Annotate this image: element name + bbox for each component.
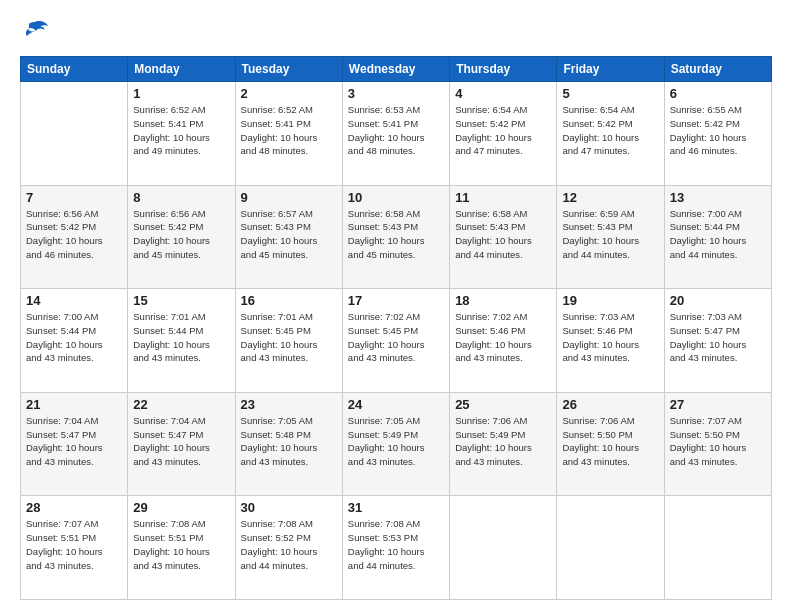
day-info: Sunrise: 6:55 AM Sunset: 5:42 PM Dayligh… xyxy=(670,103,766,158)
day-info: Sunrise: 7:08 AM Sunset: 5:51 PM Dayligh… xyxy=(133,517,229,572)
calendar-cell: 3Sunrise: 6:53 AM Sunset: 5:41 PM Daylig… xyxy=(342,82,449,186)
day-number: 6 xyxy=(670,86,766,101)
calendar-header-tuesday: Tuesday xyxy=(235,57,342,82)
day-number: 9 xyxy=(241,190,337,205)
day-info: Sunrise: 7:00 AM Sunset: 5:44 PM Dayligh… xyxy=(26,310,122,365)
calendar-cell: 10Sunrise: 6:58 AM Sunset: 5:43 PM Dayli… xyxy=(342,185,449,289)
calendar-cell: 11Sunrise: 6:58 AM Sunset: 5:43 PM Dayli… xyxy=(450,185,557,289)
day-number: 10 xyxy=(348,190,444,205)
day-number: 26 xyxy=(562,397,658,412)
calendar-cell: 21Sunrise: 7:04 AM Sunset: 5:47 PM Dayli… xyxy=(21,392,128,496)
day-info: Sunrise: 7:02 AM Sunset: 5:45 PM Dayligh… xyxy=(348,310,444,365)
calendar-cell: 29Sunrise: 7:08 AM Sunset: 5:51 PM Dayli… xyxy=(128,496,235,600)
day-info: Sunrise: 7:01 AM Sunset: 5:45 PM Dayligh… xyxy=(241,310,337,365)
calendar-cell: 26Sunrise: 7:06 AM Sunset: 5:50 PM Dayli… xyxy=(557,392,664,496)
day-info: Sunrise: 7:06 AM Sunset: 5:50 PM Dayligh… xyxy=(562,414,658,469)
day-info: Sunrise: 7:07 AM Sunset: 5:50 PM Dayligh… xyxy=(670,414,766,469)
day-number: 30 xyxy=(241,500,337,515)
day-number: 20 xyxy=(670,293,766,308)
calendar-header-wednesday: Wednesday xyxy=(342,57,449,82)
day-number: 3 xyxy=(348,86,444,101)
day-info: Sunrise: 6:54 AM Sunset: 5:42 PM Dayligh… xyxy=(455,103,551,158)
day-number: 27 xyxy=(670,397,766,412)
day-number: 1 xyxy=(133,86,229,101)
day-info: Sunrise: 7:03 AM Sunset: 5:47 PM Dayligh… xyxy=(670,310,766,365)
day-info: Sunrise: 6:52 AM Sunset: 5:41 PM Dayligh… xyxy=(133,103,229,158)
calendar-cell: 17Sunrise: 7:02 AM Sunset: 5:45 PM Dayli… xyxy=(342,289,449,393)
header xyxy=(20,18,772,46)
calendar-cell: 1Sunrise: 6:52 AM Sunset: 5:41 PM Daylig… xyxy=(128,82,235,186)
calendar-header-saturday: Saturday xyxy=(664,57,771,82)
day-info: Sunrise: 7:04 AM Sunset: 5:47 PM Dayligh… xyxy=(26,414,122,469)
day-number: 15 xyxy=(133,293,229,308)
calendar-week-row: 1Sunrise: 6:52 AM Sunset: 5:41 PM Daylig… xyxy=(21,82,772,186)
calendar-cell: 16Sunrise: 7:01 AM Sunset: 5:45 PM Dayli… xyxy=(235,289,342,393)
day-info: Sunrise: 7:03 AM Sunset: 5:46 PM Dayligh… xyxy=(562,310,658,365)
calendar-cell: 6Sunrise: 6:55 AM Sunset: 5:42 PM Daylig… xyxy=(664,82,771,186)
day-number: 2 xyxy=(241,86,337,101)
day-info: Sunrise: 6:56 AM Sunset: 5:42 PM Dayligh… xyxy=(26,207,122,262)
day-number: 4 xyxy=(455,86,551,101)
day-number: 21 xyxy=(26,397,122,412)
page: SundayMondayTuesdayWednesdayThursdayFrid… xyxy=(0,0,792,612)
day-info: Sunrise: 6:57 AM Sunset: 5:43 PM Dayligh… xyxy=(241,207,337,262)
calendar-header-row: SundayMondayTuesdayWednesdayThursdayFrid… xyxy=(21,57,772,82)
day-info: Sunrise: 7:02 AM Sunset: 5:46 PM Dayligh… xyxy=(455,310,551,365)
day-number: 11 xyxy=(455,190,551,205)
day-number: 16 xyxy=(241,293,337,308)
calendar-cell: 27Sunrise: 7:07 AM Sunset: 5:50 PM Dayli… xyxy=(664,392,771,496)
day-number: 29 xyxy=(133,500,229,515)
calendar-cell: 20Sunrise: 7:03 AM Sunset: 5:47 PM Dayli… xyxy=(664,289,771,393)
day-info: Sunrise: 7:04 AM Sunset: 5:47 PM Dayligh… xyxy=(133,414,229,469)
calendar-cell xyxy=(450,496,557,600)
day-number: 7 xyxy=(26,190,122,205)
calendar-cell: 22Sunrise: 7:04 AM Sunset: 5:47 PM Dayli… xyxy=(128,392,235,496)
day-info: Sunrise: 7:06 AM Sunset: 5:49 PM Dayligh… xyxy=(455,414,551,469)
calendar-cell: 24Sunrise: 7:05 AM Sunset: 5:49 PM Dayli… xyxy=(342,392,449,496)
day-info: Sunrise: 7:05 AM Sunset: 5:48 PM Dayligh… xyxy=(241,414,337,469)
day-number: 17 xyxy=(348,293,444,308)
calendar-cell: 31Sunrise: 7:08 AM Sunset: 5:53 PM Dayli… xyxy=(342,496,449,600)
calendar-cell xyxy=(664,496,771,600)
calendar-week-row: 28Sunrise: 7:07 AM Sunset: 5:51 PM Dayli… xyxy=(21,496,772,600)
calendar-table: SundayMondayTuesdayWednesdayThursdayFrid… xyxy=(20,56,772,600)
day-number: 28 xyxy=(26,500,122,515)
day-number: 22 xyxy=(133,397,229,412)
calendar-cell: 14Sunrise: 7:00 AM Sunset: 5:44 PM Dayli… xyxy=(21,289,128,393)
calendar-cell: 8Sunrise: 6:56 AM Sunset: 5:42 PM Daylig… xyxy=(128,185,235,289)
day-info: Sunrise: 6:54 AM Sunset: 5:42 PM Dayligh… xyxy=(562,103,658,158)
day-number: 5 xyxy=(562,86,658,101)
day-info: Sunrise: 6:58 AM Sunset: 5:43 PM Dayligh… xyxy=(348,207,444,262)
calendar-cell xyxy=(557,496,664,600)
calendar-cell: 30Sunrise: 7:08 AM Sunset: 5:52 PM Dayli… xyxy=(235,496,342,600)
calendar-cell xyxy=(21,82,128,186)
day-info: Sunrise: 7:05 AM Sunset: 5:49 PM Dayligh… xyxy=(348,414,444,469)
calendar-cell: 12Sunrise: 6:59 AM Sunset: 5:43 PM Dayli… xyxy=(557,185,664,289)
calendar-week-row: 7Sunrise: 6:56 AM Sunset: 5:42 PM Daylig… xyxy=(21,185,772,289)
calendar-cell: 18Sunrise: 7:02 AM Sunset: 5:46 PM Dayli… xyxy=(450,289,557,393)
day-number: 24 xyxy=(348,397,444,412)
day-info: Sunrise: 7:00 AM Sunset: 5:44 PM Dayligh… xyxy=(670,207,766,262)
calendar-cell: 28Sunrise: 7:07 AM Sunset: 5:51 PM Dayli… xyxy=(21,496,128,600)
calendar-header-thursday: Thursday xyxy=(450,57,557,82)
calendar-cell: 4Sunrise: 6:54 AM Sunset: 5:42 PM Daylig… xyxy=(450,82,557,186)
calendar-cell: 25Sunrise: 7:06 AM Sunset: 5:49 PM Dayli… xyxy=(450,392,557,496)
logo-icon xyxy=(20,18,50,46)
calendar-header-sunday: Sunday xyxy=(21,57,128,82)
day-info: Sunrise: 7:08 AM Sunset: 5:53 PM Dayligh… xyxy=(348,517,444,572)
calendar-cell: 15Sunrise: 7:01 AM Sunset: 5:44 PM Dayli… xyxy=(128,289,235,393)
calendar-cell: 2Sunrise: 6:52 AM Sunset: 5:41 PM Daylig… xyxy=(235,82,342,186)
day-info: Sunrise: 7:08 AM Sunset: 5:52 PM Dayligh… xyxy=(241,517,337,572)
calendar-week-row: 14Sunrise: 7:00 AM Sunset: 5:44 PM Dayli… xyxy=(21,289,772,393)
calendar-cell: 9Sunrise: 6:57 AM Sunset: 5:43 PM Daylig… xyxy=(235,185,342,289)
day-info: Sunrise: 6:58 AM Sunset: 5:43 PM Dayligh… xyxy=(455,207,551,262)
day-number: 18 xyxy=(455,293,551,308)
logo xyxy=(20,18,54,46)
day-info: Sunrise: 6:53 AM Sunset: 5:41 PM Dayligh… xyxy=(348,103,444,158)
day-number: 23 xyxy=(241,397,337,412)
day-number: 14 xyxy=(26,293,122,308)
day-info: Sunrise: 6:56 AM Sunset: 5:42 PM Dayligh… xyxy=(133,207,229,262)
calendar-week-row: 21Sunrise: 7:04 AM Sunset: 5:47 PM Dayli… xyxy=(21,392,772,496)
calendar-header-monday: Monday xyxy=(128,57,235,82)
day-number: 12 xyxy=(562,190,658,205)
